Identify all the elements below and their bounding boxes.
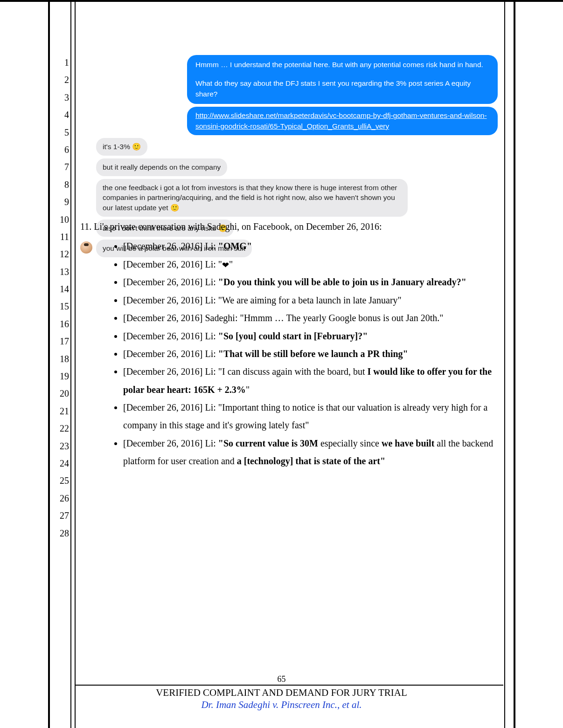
line-number: 10: [50, 211, 69, 228]
line-numbers: 1234567891011121314151617181920212223242…: [50, 54, 69, 542]
chat-text: the one feedback i got a lot from invest…: [103, 184, 397, 212]
rule-right: [504, 0, 505, 728]
list-item: [December 26, 2016] Li: "Important thing…: [123, 398, 498, 434]
line-number: 17: [50, 333, 69, 350]
line-number: 12: [50, 246, 69, 263]
line-number: 20: [50, 385, 69, 402]
line-number: 4: [50, 106, 69, 124]
list-item: [December 26, 2016] Li: "So current valu…: [123, 434, 498, 470]
line-number: 27: [50, 507, 69, 524]
heart-icon: ❤: [222, 261, 229, 270]
content-area: Hmmm … I understand the potential here. …: [80, 0, 498, 728]
list-item: [December 26, 2016] Li: "I can discuss a…: [123, 363, 498, 398]
list-item: [December 26, 2016] Li: "Do you think yo…: [123, 273, 498, 291]
chat-bubble-received-3: the one feedback i got a lot from invest…: [96, 179, 408, 217]
chat-bubble-sent-2: http://www.slideshare.net/markpeterdavis…: [187, 107, 498, 135]
line-number: 26: [50, 490, 69, 507]
frame-right: [514, 0, 515, 728]
line-number: 1: [50, 54, 69, 71]
smile-emoji-icon: 🙂: [132, 143, 141, 151]
chat-text: it's 1-3%: [103, 143, 132, 151]
line-number: 3: [50, 89, 69, 106]
line-number: 13: [50, 263, 69, 281]
line-number: 8: [50, 176, 69, 193]
line-number: 19: [50, 368, 69, 385]
line-number: 6: [50, 141, 69, 158]
smile-emoji-icon: 🙂: [170, 204, 179, 212]
chat-bubble-received-1: it's 1-3% 🙂: [96, 138, 147, 156]
line-number: 16: [50, 316, 69, 333]
line-number: 23: [50, 438, 69, 455]
footer-rule: [76, 685, 503, 686]
chat-text: Hmmm … I understand the potential here. …: [195, 60, 489, 70]
list-item: [December 26, 2016] Li: "That will be st…: [123, 345, 498, 363]
line-number: 25: [50, 472, 69, 489]
line-number: 9: [50, 193, 69, 211]
rule-left: [70, 0, 71, 728]
list-item: [December 26, 2016] Li: "OMG": [123, 237, 498, 255]
line-number: 24: [50, 455, 69, 472]
line-number: 14: [50, 281, 69, 298]
chat-bubble-received-2: but it really depends on the company: [96, 158, 227, 176]
frame-left: [48, 0, 50, 728]
line-number: 28: [50, 525, 69, 542]
list-item: [December 26, 2016] Li: "We are aiming f…: [123, 291, 498, 309]
line-number: 15: [50, 298, 69, 315]
list-item: [December 26, 2016] Li: "❤": [123, 255, 498, 274]
line-number: 22: [50, 420, 69, 437]
list-item: [December 26, 2016] Li: "So [you] could …: [123, 327, 498, 345]
footer-case: Dr. Iman Sadeghi v. Pinscreen Inc., et a…: [0, 699, 563, 711]
line-number: 11: [50, 228, 69, 246]
list-item: [December 26, 2016] Sadeghi: "Hmmm … The…: [123, 309, 498, 327]
chat-text: What do they say about the DFJ stats I s…: [195, 78, 489, 99]
page: 1234567891011121314151617181920212223242…: [0, 0, 563, 728]
paragraph-11-block: 11. Li's private conversation with Sadeg…: [80, 218, 498, 470]
line-number: 2: [50, 71, 69, 89]
chat-bubble-sent-1: Hmmm … I understand the potential here. …: [187, 55, 498, 104]
footer-title: VERIFIED COMPLAINT AND DEMAND FOR JURY T…: [0, 687, 563, 699]
paragraph-lead: 11. Li's private conversation with Sadeg…: [80, 218, 498, 235]
bullet-list: [December 26, 2016] Li: "OMG" [December …: [80, 237, 498, 470]
line-number: 5: [50, 124, 69, 141]
line-number: 7: [50, 158, 69, 176]
rule-left-inner: [75, 0, 76, 728]
chat-link[interactable]: http://www.slideshare.net/markpeterdavis…: [195, 111, 487, 130]
line-number: 18: [50, 350, 69, 368]
page-number: 65: [0, 674, 563, 684]
line-number: 21: [50, 403, 69, 420]
